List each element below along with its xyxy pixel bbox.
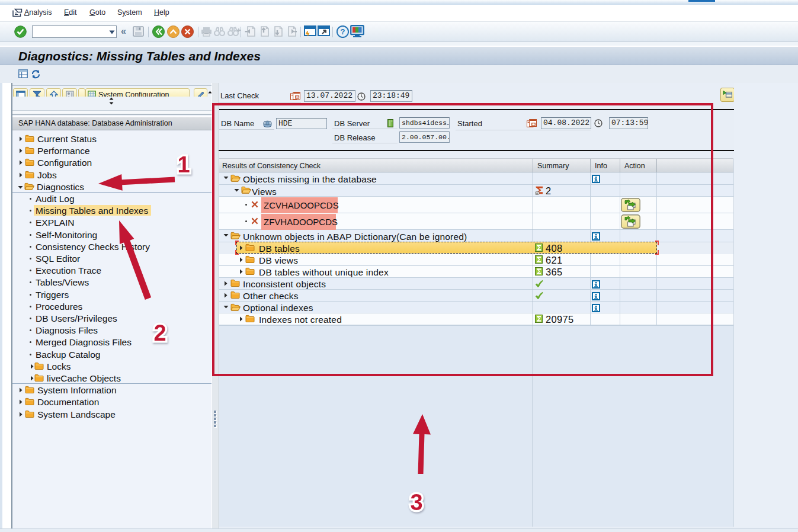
svg-text:?: ?	[341, 27, 345, 36]
svg-text:12: 12	[296, 95, 299, 99]
